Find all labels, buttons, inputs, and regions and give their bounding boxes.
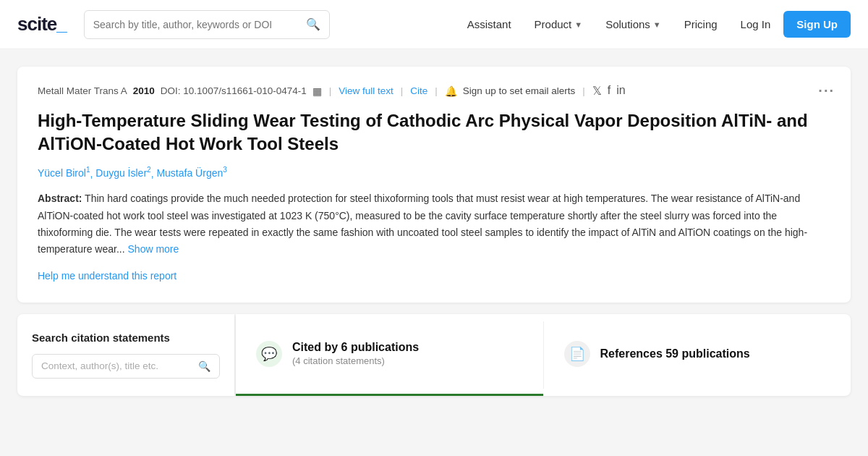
- nav-product[interactable]: Product ▼: [524, 12, 593, 36]
- copy-icon[interactable]: ▦: [312, 85, 322, 97]
- signup-button[interactable]: Sign Up: [783, 11, 851, 38]
- main-content: ··· Metall Mater Trans A 2010 DOI: 10.10…: [0, 49, 868, 413]
- paper-title: High-Temperature Sliding Wear Testing of…: [38, 109, 830, 156]
- abstract-label: Abstract:: [38, 193, 82, 204]
- nav-assistant[interactable]: Assistant: [457, 12, 522, 36]
- twitter-icon[interactable]: 𝕏: [592, 84, 602, 98]
- more-options-button[interactable]: ···: [818, 83, 835, 99]
- login-button[interactable]: Log In: [731, 12, 781, 36]
- cited-by-sub-label: (4 citation statements): [292, 355, 419, 366]
- references-icon: 📄: [564, 341, 590, 367]
- doi: DOI: 10.1007/s11661-010-0474-1: [161, 85, 307, 96]
- journal-name: Metall Mater Trans A: [38, 85, 127, 96]
- paper-meta: Metall Mater Trans A 2010 DOI: 10.1007/s…: [38, 84, 830, 98]
- nav-pricing[interactable]: Pricing: [674, 12, 728, 36]
- bell-icon: 🔔: [445, 85, 457, 97]
- search-bar[interactable]: 🔍: [84, 10, 330, 39]
- view-full-text-link[interactable]: View full text: [339, 85, 393, 96]
- sep2: |: [401, 85, 404, 96]
- abstract: Abstract: Thin hard coatings provide the…: [38, 190, 830, 257]
- alert-text: Sign up to set email alerts: [463, 85, 575, 96]
- citation-search-placeholder: Context, author(s), title etc.: [41, 360, 192, 371]
- cited-by-icon: 💬: [256, 341, 282, 367]
- citation-search-input[interactable]: Context, author(s), title etc. 🔍: [32, 354, 220, 379]
- show-more-link[interactable]: Show more: [128, 243, 179, 255]
- author-3[interactable]: Mustafa Ürgen3: [156, 167, 226, 179]
- logo[interactable]: scite_: [17, 13, 67, 35]
- cited-by-label: Cited by 6 publications: [292, 341, 419, 354]
- sep4: |: [582, 85, 585, 96]
- linkedin-icon[interactable]: in: [616, 84, 625, 98]
- help-understand-link[interactable]: Help me understand this report: [38, 270, 176, 282]
- cite-link[interactable]: Cite: [410, 85, 427, 96]
- header: scite_ 🔍 Assistant Product ▼ Solutions ▼…: [0, 0, 868, 49]
- nav: Assistant Product ▼ Solutions ▼ Pricing …: [457, 11, 851, 38]
- nav-solutions[interactable]: Solutions ▼: [595, 12, 671, 36]
- bottom-section: Search citation statements Context, auth…: [17, 314, 851, 396]
- references-label: References 59 publications: [600, 347, 750, 360]
- tabs-panel: 💬 Cited by 6 publications (4 citation st…: [236, 314, 851, 396]
- references-content: References 59 publications: [600, 347, 750, 360]
- facebook-icon[interactable]: f: [608, 84, 610, 98]
- tab-references[interactable]: 📄 References 59 publications: [544, 314, 851, 396]
- citation-search-title: Search citation statements: [32, 332, 220, 344]
- tab-cited-by[interactable]: 💬 Cited by 6 publications (4 citation st…: [236, 314, 543, 396]
- author-2[interactable]: Duygu İsler2: [95, 167, 150, 179]
- search-input[interactable]: [93, 19, 302, 30]
- product-chevron-icon: ▼: [574, 20, 582, 29]
- cited-by-content: Cited by 6 publications (4 citation stat…: [292, 341, 419, 366]
- citation-search-icon: 🔍: [198, 360, 210, 372]
- sep3: |: [435, 85, 438, 96]
- paper-card: ··· Metall Mater Trans A 2010 DOI: 10.10…: [17, 67, 851, 303]
- citation-search-panel: Search citation statements Context, auth…: [17, 314, 234, 396]
- search-icon[interactable]: 🔍: [306, 17, 320, 31]
- sep1: |: [329, 85, 332, 96]
- solutions-chevron-icon: ▼: [653, 20, 661, 29]
- social-icons: 𝕏 f in: [592, 84, 626, 98]
- authors: Yücel Birol1, Duygu İsler2, Mustafa Ürge…: [38, 166, 830, 180]
- author-1[interactable]: Yücel Birol1: [38, 167, 90, 179]
- publication-year: 2010: [133, 85, 155, 96]
